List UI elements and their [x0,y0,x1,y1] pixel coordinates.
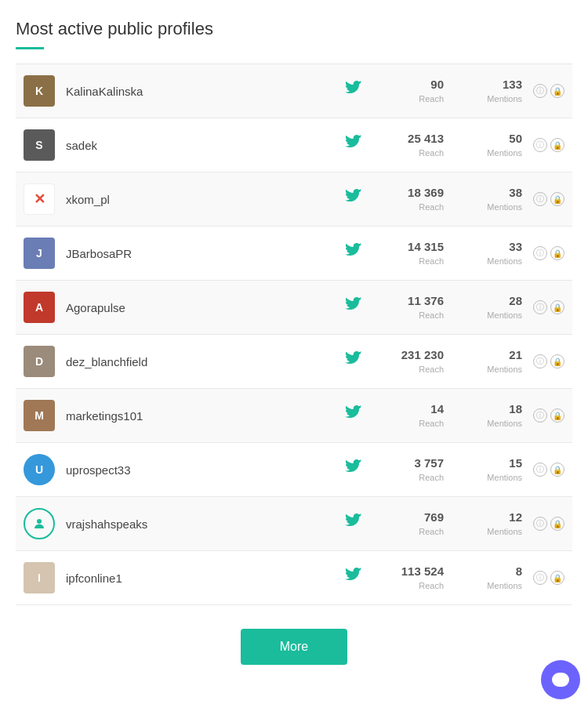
info-icon[interactable]: ⓘ [533,517,547,531]
reach-stat: 14 Reach [389,402,444,430]
mentions-stat: 133 Mentions [467,78,522,105]
profile-row: ✕ xkom_pl 18 369 Reach 38 Mentions ⓘ 🔒 [16,172,572,227]
avatar: I [24,562,55,593]
mentions-label: Mentions [487,310,522,320]
reach-value: 25 413 [389,132,444,145]
mentions-value: 12 [467,510,522,524]
twitter-icon [342,297,365,318]
title-underline [16,47,44,49]
info-icon[interactable]: ⓘ [533,246,547,260]
username: sadek [66,139,342,152]
reach-label: Reach [419,365,444,374]
action-icons: ⓘ 🔒 [533,300,564,314]
action-icons: ⓘ 🔒 [533,192,564,206]
twitter-icon [342,459,365,480]
lock-icon[interactable]: 🔒 [550,463,564,477]
reach-stat: 14 315 Reach [389,240,444,267]
info-icon[interactable]: ⓘ [533,571,547,585]
info-icon[interactable]: ⓘ [533,84,547,98]
mentions-stat: 21 Mentions [467,348,522,376]
reach-label: Reach [419,148,444,158]
username: JBarbosaPR [66,247,342,260]
action-icons: ⓘ 🔒 [533,138,564,152]
mentions-stat: 50 Mentions [467,132,522,159]
lock-icon[interactable]: 🔒 [550,517,564,531]
twitter-icon [342,135,365,155]
username: uprospect33 [66,463,342,477]
more-button[interactable]: More [241,629,347,665]
more-button-wrapper: More [16,605,572,681]
avatar [24,508,55,539]
profile-row: D dez_blanchfield 231 230 Reach 21 Menti… [16,335,572,389]
username: KalinaKalinska [66,85,342,98]
mentions-label: Mentions [487,581,522,590]
lock-icon[interactable]: 🔒 [550,354,564,368]
action-icons: ⓘ 🔒 [533,246,564,260]
reach-stat: 25 413 Reach [389,132,444,159]
action-icons: ⓘ 🔒 [533,408,564,423]
avatar: S [24,129,55,161]
svg-point-0 [37,519,42,524]
mentions-value: 33 [467,240,522,253]
info-icon[interactable]: ⓘ [533,138,547,152]
reach-stat: 113 524 Reach [389,564,444,592]
mentions-value: 18 [467,402,522,416]
reach-value: 769 [389,510,444,524]
username: dez_blanchfield [66,355,342,368]
action-icons: ⓘ 🔒 [533,463,564,477]
page-title: Most active public profiles [16,19,572,39]
mentions-stat: 33 Mentions [467,240,522,267]
profile-row: A Agorapulse 11 376 Reach 28 Mentions ⓘ … [16,281,572,335]
mentions-label: Mentions [487,94,522,103]
lock-icon[interactable]: 🔒 [550,300,564,314]
mentions-stat: 12 Mentions [467,510,522,538]
lock-icon[interactable]: 🔒 [550,138,564,152]
info-icon[interactable]: ⓘ [533,354,547,368]
avatar: A [24,292,55,323]
reach-label: Reach [419,256,444,266]
main-container: Most active public profiles K KalinaKali… [0,0,588,715]
twitter-icon [342,405,365,426]
twitter-icon [342,568,365,588]
mentions-value: 21 [467,348,522,361]
reach-label: Reach [419,473,444,482]
username: ipfconline1 [66,572,342,585]
stats: 90 Reach 133 Mentions [389,78,522,105]
stats: 25 413 Reach 50 Mentions [389,132,522,159]
avatar: M [24,400,55,431]
lock-icon[interactable]: 🔒 [550,192,564,206]
twitter-icon [342,81,365,101]
reach-label: Reach [419,419,444,428]
chat-bubble[interactable] [541,660,580,699]
reach-value: 14 [389,402,444,416]
lock-icon[interactable]: 🔒 [550,84,564,98]
stats: 231 230 Reach 21 Mentions [389,348,522,376]
reach-value: 231 230 [389,348,444,361]
reach-stat: 18 369 Reach [389,186,444,213]
mentions-stat: 18 Mentions [467,402,522,430]
reach-stat: 90 Reach [389,78,444,105]
lock-icon[interactable]: 🔒 [550,571,564,585]
reach-value: 11 376 [389,294,444,307]
info-icon[interactable]: ⓘ [533,300,547,314]
info-icon[interactable]: ⓘ [533,192,547,206]
avatar: U [24,454,55,485]
action-icons: ⓘ 🔒 [533,517,564,531]
reach-label: Reach [419,202,444,212]
profile-row: J JBarbosaPR 14 315 Reach 33 Mentions ⓘ … [16,227,572,281]
username: xkom_pl [66,193,342,206]
profile-row: vrajshahspeaks 769 Reach 12 Mentions ⓘ 🔒 [16,497,572,551]
reach-value: 14 315 [389,240,444,253]
avatar: K [24,75,55,107]
info-icon[interactable]: ⓘ [533,408,547,423]
profile-row: U uprospect33 3 757 Reach 15 Mentions ⓘ … [16,443,572,497]
action-icons: ⓘ 🔒 [533,354,564,368]
reach-stat: 3 757 Reach [389,456,444,484]
mentions-label: Mentions [487,148,522,158]
info-icon[interactable]: ⓘ [533,463,547,477]
reach-stat: 769 Reach [389,510,444,538]
avatar: D [24,346,55,377]
lock-icon[interactable]: 🔒 [550,246,564,260]
profiles-list: K KalinaKalinska 90 Reach 133 Mentions ⓘ… [16,64,572,605]
lock-icon[interactable]: 🔒 [550,408,564,423]
